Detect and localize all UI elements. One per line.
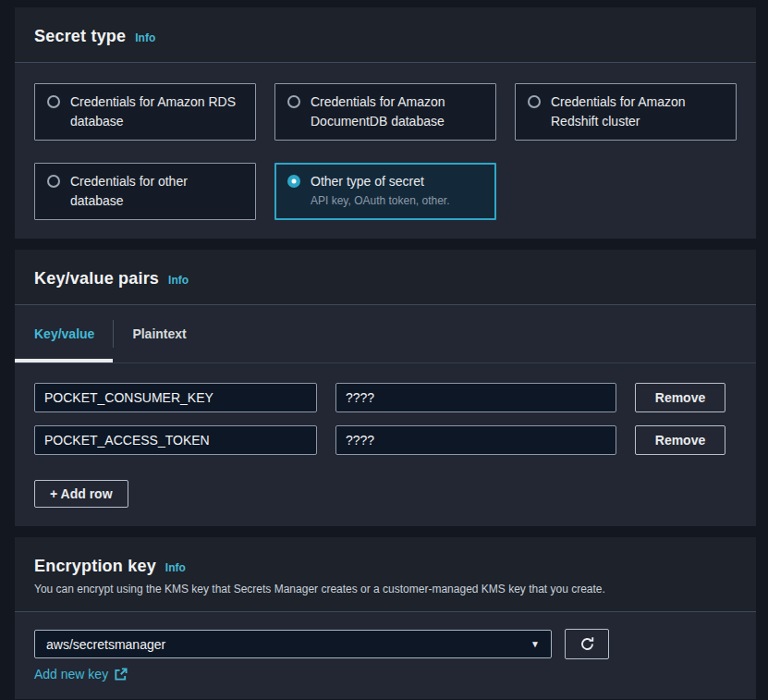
radio-button[interactable] — [47, 95, 60, 108]
option-other-database[interactable]: Credentials for other database — [34, 163, 256, 220]
encryption-key-panel: Encryption key Info You can encrypt usin… — [15, 537, 756, 699]
create-secret-page: Secret type Info Credentials for Amazon … — [0, 0, 768, 700]
secret-editor-tabs: Key/value Plaintext — [15, 305, 756, 363]
refresh-keys-button[interactable] — [565, 629, 609, 659]
radio-button-selected[interactable] — [287, 175, 300, 188]
key-value-pairs-panel: Key/value pairs Info Key/value Plaintext… — [15, 250, 756, 526]
option-other-type-of-secret[interactable]: Other type of secret API key, OAuth toke… — [274, 163, 496, 220]
value-input[interactable] — [335, 383, 616, 412]
add-new-key-label: Add new key — [34, 667, 108, 682]
add-row-button[interactable]: + Add row — [34, 480, 128, 508]
chevron-down-icon: ▼ — [530, 640, 540, 649]
encryption-key-title: Encryption key — [34, 557, 156, 576]
key-value-pairs-title: Key/value pairs — [34, 269, 159, 289]
radio-button[interactable] — [528, 95, 541, 108]
key-input[interactable] — [34, 383, 317, 412]
option-description: API key, OAuth token, other. — [311, 193, 450, 208]
key-value-row: Remove — [34, 383, 737, 412]
add-new-key-link[interactable]: Add new key — [34, 667, 128, 682]
tab-plaintext[interactable]: Plaintext — [114, 305, 204, 362]
radio-button[interactable] — [47, 175, 60, 188]
value-input[interactable] — [335, 425, 616, 455]
key-value-row: Remove — [34, 425, 737, 455]
remove-row-button[interactable]: Remove — [635, 425, 725, 455]
encryption-key-header: Encryption key Info You can encrypt usin… — [15, 537, 756, 612]
empty-grid-cell — [515, 163, 737, 220]
secret-type-body: Credentials for Amazon RDS database Cred… — [15, 63, 756, 239]
option-rds[interactable]: Credentials for Amazon RDS database — [34, 83, 256, 141]
secret-type-title: Secret type — [34, 27, 126, 46]
option-documentdb[interactable]: Credentials for Amazon DocumentDB databa… — [274, 83, 496, 141]
tab-key-value[interactable]: Key/value — [15, 305, 113, 362]
external-link-icon — [114, 668, 128, 682]
secret-type-panel: Secret type Info Credentials for Amazon … — [15, 7, 756, 239]
key-value-editor: Remove Remove + Add row — [15, 363, 756, 526]
key-value-pairs-body: Key/value Plaintext Remove Remove + Add … — [15, 305, 756, 526]
secret-type-options: Credentials for Amazon RDS database Cred… — [15, 63, 756, 239]
option-redshift[interactable]: Credentials for Amazon Redshift cluster — [515, 83, 737, 141]
option-label: Credentials for other database — [70, 172, 243, 211]
key-value-pairs-header: Key/value pairs Info — [15, 250, 756, 305]
option-label: Credentials for Amazon DocumentDB databa… — [311, 92, 483, 131]
secret-type-info-link[interactable]: Info — [135, 31, 155, 44]
encryption-key-body: aws/secretsmanager ▼ Add new key — [15, 612, 756, 699]
option-label: Other type of secret — [311, 174, 424, 189]
encryption-key-description: You can encrypt using the KMS key that S… — [34, 583, 737, 596]
key-value-pairs-info-link[interactable]: Info — [168, 274, 189, 287]
refresh-icon — [579, 636, 595, 652]
kms-key-select[interactable]: aws/secretsmanager ▼ — [34, 630, 552, 658]
key-input[interactable] — [34, 425, 317, 455]
option-label: Credentials for Amazon RDS database — [70, 92, 243, 131]
encryption-key-info-link[interactable]: Info — [165, 561, 186, 574]
kms-key-selected-value: aws/secretsmanager — [46, 637, 165, 652]
secret-type-header: Secret type Info — [15, 7, 756, 63]
remove-row-button[interactable]: Remove — [635, 383, 725, 412]
option-label: Credentials for Amazon Redshift cluster — [551, 92, 724, 131]
radio-button[interactable] — [287, 95, 300, 108]
